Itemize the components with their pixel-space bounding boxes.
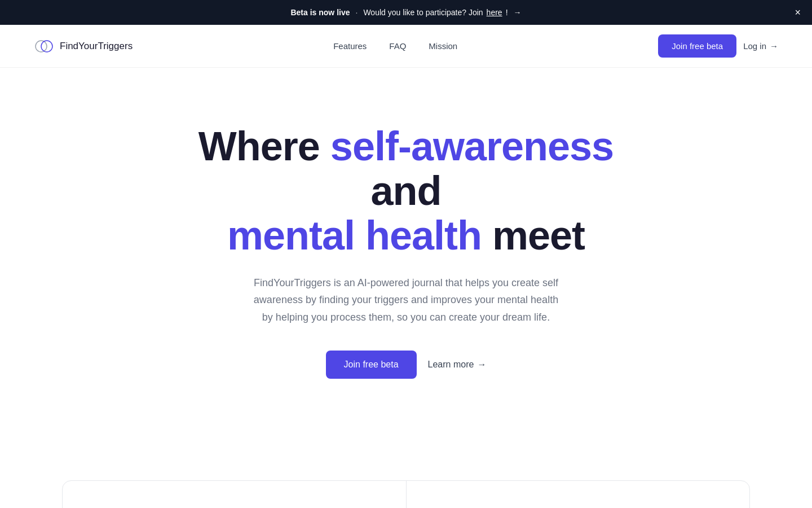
banner-link[interactable]: here <box>487 8 502 17</box>
login-arrow-icon: → <box>770 41 778 51</box>
banner-exclamation: ! <box>506 8 508 17</box>
nav-mission[interactable]: Mission <box>429 41 457 51</box>
learn-more-label: Learn more <box>428 360 474 370</box>
navbar-login-button[interactable]: Log in → <box>743 41 778 51</box>
nav-features[interactable]: Features <box>333 41 367 51</box>
banner-separator: · <box>356 8 358 17</box>
hero-title-part1: Where <box>198 124 330 169</box>
hero-title: Where self-awareness and mental health m… <box>180 124 632 259</box>
stats-section: 991+ Sign-ups 103+ Sign-ups <box>62 480 750 508</box>
hero-actions: Join free beta Learn more → <box>326 351 487 379</box>
announcement-banner: Beta is now live · Would you like to par… <box>0 0 812 25</box>
hero-description: FindYourTriggers is an AI-powered journa… <box>248 274 564 326</box>
stat-item-2: 103+ Sign-ups <box>407 481 750 508</box>
hero-title-highlight2: mental health <box>227 213 482 258</box>
stat-number-1: 991+ <box>96 503 372 508</box>
hero-title-part2: and <box>370 168 441 213</box>
nav-faq[interactable]: FAQ <box>389 41 406 51</box>
hero-title-part3: meet <box>482 213 585 258</box>
logo-icon <box>34 36 54 56</box>
hero-learn-more-button[interactable]: Learn more → <box>428 360 487 370</box>
logo-text: FindYourTriggers <box>60 41 133 52</box>
stat-item-1: 991+ Sign-ups <box>63 481 407 508</box>
navbar: FindYourTriggers Features FAQ Mission Jo… <box>0 25 812 68</box>
login-label: Log in <box>743 41 766 51</box>
learn-more-arrow-icon: → <box>477 360 486 370</box>
banner-close-button[interactable]: × <box>795 7 801 17</box>
hero-join-beta-button[interactable]: Join free beta <box>326 351 417 379</box>
logo[interactable]: FindYourTriggers <box>34 36 133 56</box>
banner-description: Would you like to participate? Join <box>363 8 483 17</box>
banner-content: Beta is now live · Would you like to par… <box>290 8 521 17</box>
banner-bold-text: Beta is now live <box>290 8 350 17</box>
stat-number-2: 103+ <box>440 503 716 508</box>
navbar-actions: Join free beta Log in → <box>658 34 778 58</box>
banner-arrow-icon: → <box>514 8 522 17</box>
nav-links: Features FAQ Mission <box>333 41 457 51</box>
navbar-join-beta-button[interactable]: Join free beta <box>658 34 736 58</box>
hero-title-highlight1: self-awareness <box>330 124 614 169</box>
hero-section: Where self-awareness and mental health m… <box>0 68 812 413</box>
